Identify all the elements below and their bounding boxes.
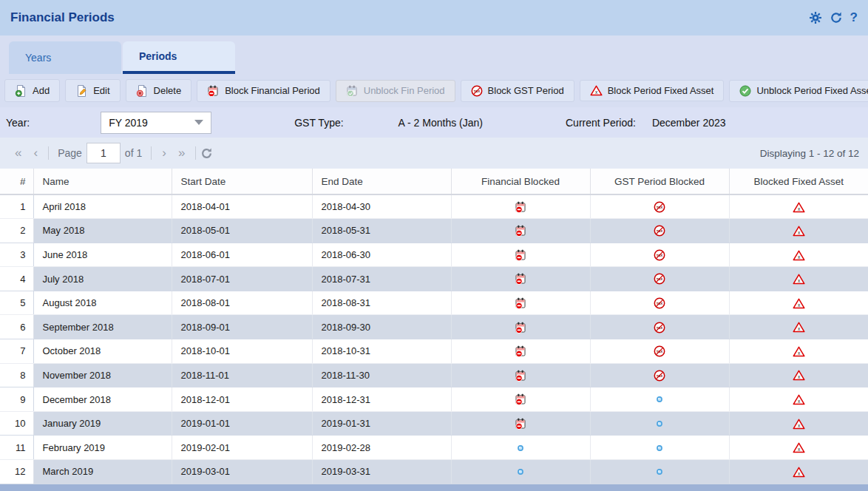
- cell-gst-period-blocked: [590, 460, 729, 484]
- toolbar-button-block-gst-period[interactable]: TAXBlock GST Period: [461, 80, 574, 102]
- toolbar-button-delete[interactable]: Delete: [126, 79, 192, 102]
- cell-name: May 2018: [33, 219, 172, 243]
- column-header-start_date[interactable]: Start Date: [172, 169, 312, 194]
- toolbar-button-add[interactable]: Add: [4, 79, 60, 102]
- table-row[interactable]: 4July 20182018-07-012018-07-31TAXx: [0, 267, 868, 291]
- table-row[interactable]: 2May 20182018-05-012018-05-31TAXx: [0, 219, 868, 243]
- blocked-asset-icon: x: [793, 442, 805, 453]
- cell-end-date: 2018-10-31: [312, 339, 451, 364]
- blocked-calendar-icon: [515, 273, 527, 285]
- cell-blocked-fixed-asset: x: [729, 411, 868, 436]
- table-row[interactable]: 3June 20182018-06-012018-06-30TAXx: [0, 243, 868, 267]
- cell-financial-blocked: [451, 243, 590, 267]
- column-header-num[interactable]: #: [0, 169, 33, 194]
- toolbar-button-label: Unblock Period Fixed Asset: [756, 85, 868, 96]
- blocked-asset-icon: x: [793, 250, 805, 261]
- table-row[interactable]: 12March 20192019-03-012019-03-31x: [0, 460, 868, 484]
- cell-name: December 2018: [33, 387, 172, 412]
- toolbar-button-label: Block GST Period: [488, 85, 564, 96]
- cell-start-date: 2018-12-01: [172, 387, 312, 412]
- last-page-icon[interactable]: »: [172, 146, 191, 160]
- cell-name: April 2018: [33, 194, 172, 219]
- toolbar-button-edit[interactable]: Edit: [65, 79, 120, 102]
- table-row[interactable]: 10January 20192019-01-012019-01-31x: [0, 411, 868, 436]
- current-period-value: December 2023: [652, 117, 726, 129]
- toolbar-button-label: Delete: [154, 85, 182, 96]
- column-header-end_date[interactable]: End Date: [312, 169, 451, 194]
- blocked-asset-icon: x: [793, 394, 805, 405]
- tab-periods[interactable]: Periods: [123, 41, 235, 74]
- blocked-calendar-icon: [515, 297, 527, 309]
- blocked-calendar-icon: [207, 85, 220, 97]
- row-index-cell: 1: [0, 194, 33, 219]
- cell-start-date: 2019-01-01: [172, 411, 312, 436]
- cell-blocked-fixed-asset: x: [729, 315, 868, 339]
- gst-type-label: GST Type:: [294, 117, 343, 129]
- table-row[interactable]: 7October 20182018-10-012018-10-31TAXx: [0, 339, 868, 364]
- cell-gst-period-blocked: TAX: [590, 219, 729, 243]
- next-page-icon[interactable]: ›: [156, 146, 172, 160]
- grid-refresh-icon[interactable]: [200, 147, 213, 160]
- prev-page-icon[interactable]: ‹: [27, 146, 44, 160]
- cell-gst-period-blocked: [590, 436, 729, 460]
- settings-icon[interactable]: [809, 11, 822, 24]
- refresh-icon[interactable]: [830, 11, 843, 24]
- cell-blocked-fixed-asset: x: [729, 436, 868, 460]
- blocked-calendar-icon: [515, 418, 527, 430]
- toolbar-button-label: Block Period Fixed Asset: [608, 85, 714, 96]
- paging-separator: [195, 146, 196, 160]
- table-row[interactable]: 11February 20192019-02-012019-02-28x: [0, 436, 868, 460]
- toolbar-button-unblock-fin-period: Unblock Fin Period: [336, 80, 455, 102]
- toolbar-button-block-period-fixed-asset[interactable]: xBlock Period Fixed Asset: [580, 80, 725, 101]
- blocked-tax-icon: TAX: [471, 85, 483, 97]
- blocked-asset-icon: x: [793, 226, 805, 237]
- toolbar-button-block-financial-period[interactable]: Block Financial Period: [197, 80, 330, 102]
- unblocked-dot-icon: [654, 442, 665, 454]
- page-number-input[interactable]: [87, 143, 121, 163]
- toolbar-button-label: Unblock Fin Period: [364, 85, 445, 96]
- cell-financial-blocked: [451, 363, 590, 387]
- toolbar-button-label: Block Financial Period: [225, 85, 320, 96]
- first-page-icon[interactable]: «: [9, 146, 27, 160]
- cell-blocked-fixed-asset: x: [729, 267, 868, 291]
- blocked-asset-icon: x: [793, 419, 805, 430]
- column-header-name[interactable]: Name: [33, 169, 172, 194]
- column-header-financial_blocked[interactable]: Financial Blocked: [451, 169, 590, 194]
- column-header-gst_period_blocked[interactable]: GST Period Blocked: [590, 169, 729, 194]
- blocked-tax-icon: TAX: [654, 322, 665, 333]
- blocked-asset-icon: x: [793, 322, 805, 333]
- cell-start-date: 2018-11-01: [172, 363, 312, 387]
- cell-start-date: 2018-10-01: [172, 339, 312, 364]
- cell-financial-blocked: [451, 219, 590, 243]
- cell-gst-period-blocked: [590, 411, 729, 436]
- cell-end-date: 2018-12-31: [312, 387, 451, 412]
- cell-end-date: 2018-07-31: [312, 267, 451, 291]
- table-header-row: #NameStart DateEnd DateFinancial Blocked…: [0, 169, 868, 194]
- blocked-tax-icon: TAX: [654, 297, 665, 309]
- table-row[interactable]: 6September 20182018-09-012018-09-30TAXx: [0, 315, 868, 339]
- table-row[interactable]: 5August 20182018-08-012018-08-31TAXx: [0, 291, 868, 315]
- table-row[interactable]: 9December 20182018-12-012018-12-31x: [0, 387, 868, 412]
- cell-name: July 2018: [33, 267, 172, 291]
- unblocked-dot-icon: [654, 393, 665, 405]
- cell-gst-period-blocked: TAX: [590, 243, 729, 267]
- cell-end-date: 2018-05-31: [312, 219, 451, 243]
- cell-end-date: 2019-01-31: [312, 411, 451, 436]
- cell-gst-period-blocked: TAX: [590, 194, 729, 219]
- cell-gst-period-blocked: TAX: [590, 267, 729, 291]
- year-select[interactable]: FY 2019: [101, 112, 211, 134]
- current-period-label: Current Period:: [566, 117, 636, 129]
- cell-name: June 2018: [33, 243, 172, 267]
- cell-blocked-fixed-asset: x: [729, 219, 868, 243]
- tab-years[interactable]: Years: [9, 41, 121, 74]
- table-row[interactable]: 1April 20182018-04-012018-04-30TAXx: [0, 194, 868, 219]
- row-index-cell: 4: [0, 267, 33, 291]
- cell-blocked-fixed-asset: x: [729, 387, 868, 412]
- cell-end-date: 2018-11-30: [312, 363, 451, 387]
- column-header-blocked_fixed_asset[interactable]: Blocked Fixed Asset: [729, 169, 868, 194]
- toolbar-button-unblock-period-fixed-asset[interactable]: Unblock Period Fixed Asset: [729, 80, 868, 102]
- help-icon[interactable]: ?: [850, 10, 858, 25]
- row-index-cell: 10: [0, 411, 33, 436]
- cell-start-date: 2019-02-01: [172, 436, 312, 460]
- table-row[interactable]: 8November 20182018-11-012018-11-30TAXx: [0, 363, 868, 387]
